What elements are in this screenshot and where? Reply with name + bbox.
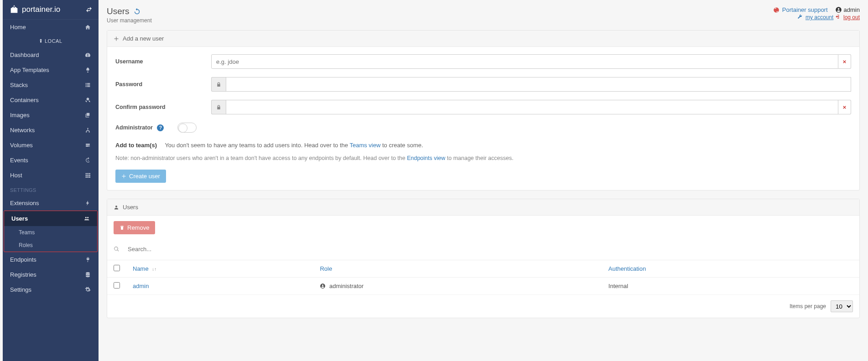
confirm-password-input[interactable]	[226, 100, 838, 114]
sidebar-item-label: Extensions	[10, 200, 39, 206]
user-circle-icon	[320, 283, 326, 289]
rocket-icon	[85, 67, 91, 73]
teams-text: You don't seem to have any teams to add …	[165, 142, 349, 149]
button-label: Create user	[129, 173, 160, 180]
clear-icon[interactable]	[838, 54, 851, 69]
sidebar-item-label: Dashboard	[10, 52, 39, 58]
username-label: Username	[115, 58, 211, 65]
sidebar-item-events[interactable]: Events	[3, 153, 99, 168]
support-link[interactable]: Portainer support	[782, 6, 828, 13]
users-icon	[83, 216, 90, 222]
button-label: Remove	[127, 224, 149, 231]
sidebar-item-endpoints[interactable]: Endpoints	[3, 252, 99, 267]
administrator-toggle[interactable]	[177, 123, 197, 133]
sidebar-item-settings[interactable]: Settings	[3, 282, 99, 297]
sidebar-item-extensions[interactable]: Extensions	[3, 196, 99, 211]
sidebar-sub-teams[interactable]: Teams	[4, 226, 97, 239]
sidebar-item-label: Events	[10, 157, 28, 164]
sidebar-item-home[interactable]: Home	[3, 20, 99, 35]
col-role[interactable]: Role	[313, 260, 602, 278]
sidebar-item-dashboard[interactable]: Dashboard	[3, 47, 99, 62]
col-name[interactable]: Name ↓↑	[126, 260, 313, 278]
lock-icon	[211, 77, 226, 92]
support-icon	[773, 7, 780, 13]
home-icon	[85, 24, 91, 30]
row-checkbox[interactable]	[114, 282, 120, 289]
sidebar-item-registries[interactable]: Registries	[3, 267, 99, 282]
sidebar-item-networks[interactable]: Networks	[3, 123, 99, 138]
users-section-highlight: Users Teams Roles	[4, 211, 98, 252]
sidebar-local-label: LOCAL	[3, 35, 99, 47]
search-icon	[114, 246, 120, 252]
plus-icon	[121, 174, 126, 179]
sort-icon: ↓↑	[152, 267, 156, 272]
user-circle-icon	[835, 6, 842, 13]
clone-icon	[85, 112, 91, 118]
sidebar-item-volumes[interactable]: Volumes	[3, 138, 99, 153]
user-icon	[114, 205, 119, 210]
user-badge: admin	[835, 6, 860, 13]
username-input[interactable]	[211, 54, 838, 69]
sidebar-item-label: Host	[10, 172, 22, 179]
password-label: Password	[115, 81, 211, 88]
note-post: to manage their accesses.	[447, 155, 514, 161]
cubes-icon	[85, 97, 91, 103]
pager-label: Items per page	[790, 303, 826, 309]
trash-icon	[120, 225, 125, 230]
cogs-icon	[85, 287, 91, 293]
bolt-icon	[85, 200, 91, 206]
database-icon	[85, 272, 91, 278]
sidebar-item-label: Images	[10, 112, 30, 119]
sidebar-item-label: Volumes	[10, 142, 33, 149]
select-all-checkbox[interactable]	[114, 265, 120, 271]
sidebar-item-app-templates[interactable]: App Templates	[3, 62, 99, 77]
create-user-button[interactable]: Create user	[115, 170, 166, 183]
plus-icon	[114, 36, 119, 41]
users-table: Name ↓↑ Role Authentication admin admini…	[107, 260, 859, 295]
my-account-link[interactable]: my account	[806, 14, 833, 21]
confirm-password-label: Confirm password	[115, 104, 211, 110]
sidebar-item-label: Networks	[10, 127, 35, 134]
page-title: Users	[107, 6, 130, 16]
sidebar-item-label: Stacks	[10, 82, 28, 88]
sitemap-icon	[85, 127, 91, 133]
hdd-icon	[85, 142, 91, 148]
main-content: Users User management Portainer support …	[99, 0, 868, 361]
sidebar-item-users[interactable]: Users	[4, 211, 97, 226]
sidebar-item-host[interactable]: Host	[3, 168, 99, 183]
table-row: admin administrator Internal	[107, 278, 859, 295]
endpoints-view-link[interactable]: Endpoints view	[407, 155, 445, 161]
password-input[interactable]	[226, 77, 851, 92]
swap-icon[interactable]	[86, 6, 92, 13]
panel-title: Users	[123, 204, 138, 211]
clear-icon[interactable]	[838, 100, 851, 114]
user-name-link[interactable]: admin	[133, 283, 149, 289]
brand-logo[interactable]: portainer.io	[9, 5, 60, 15]
teams-label: Add to team(s)	[115, 142, 157, 149]
sidebar-item-label: Home	[10, 24, 26, 31]
sidebar-item-stacks[interactable]: Stacks	[3, 77, 99, 93]
role-cell: administrator	[329, 283, 364, 289]
sidebar-item-images[interactable]: Images	[3, 108, 99, 123]
sidebar-item-label: Registries	[10, 271, 36, 278]
th-icon	[85, 172, 91, 178]
wrench-icon	[797, 14, 802, 21]
refresh-icon[interactable]	[133, 8, 141, 15]
sidebar-item-label: Settings	[10, 286, 31, 293]
teams-view-link[interactable]: Teams view	[349, 142, 380, 149]
remove-button[interactable]: Remove	[114, 221, 155, 234]
users-list-panel: Users Remove Name ↓↑	[107, 199, 860, 318]
items-per-page-select[interactable]: 10	[831, 300, 853, 312]
col-auth[interactable]: Authentication	[602, 260, 859, 278]
sidebar-item-label: App Templates	[10, 67, 49, 73]
username-label: admin	[844, 6, 860, 13]
sidebar-item-containers[interactable]: Containers	[3, 93, 99, 108]
help-icon[interactable]: ?	[157, 124, 164, 131]
sidebar-item-label: Endpoints	[10, 256, 36, 263]
tachometer-icon	[85, 52, 91, 58]
search-input[interactable]	[123, 243, 853, 254]
lock-icon	[211, 100, 226, 114]
plug-icon	[85, 257, 91, 263]
logout-link[interactable]: log out	[843, 14, 860, 21]
sidebar-sub-roles[interactable]: Roles	[4, 239, 97, 252]
